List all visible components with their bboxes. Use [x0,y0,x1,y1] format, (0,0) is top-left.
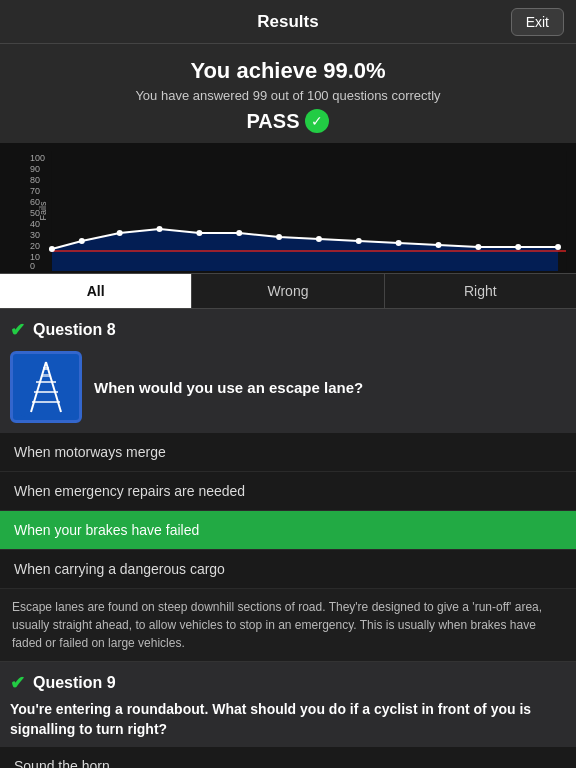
q9-question-text: You're entering a roundabout. What shoul… [0,700,576,747]
svg-point-20 [276,234,282,240]
header: Results Exit [0,0,576,44]
q9-check-icon: ✔ [10,672,25,694]
tab-all[interactable]: All [0,274,192,308]
q9-answer-list: Sound the horn Overtake on the right Ove… [0,747,576,768]
tab-right[interactable]: Right [385,274,576,308]
svg-point-24 [435,242,441,248]
svg-point-19 [236,230,242,236]
pass-label: PASS [247,110,300,133]
svg-text:90: 90 [30,164,40,174]
performance-chart: 100 90 80 70 60 50 40 30 20 10 0 [30,151,568,271]
svg-point-21 [316,236,322,242]
q8-question-text: When would you use an escape lane? [94,379,566,396]
exit-button[interactable]: Exit [511,8,564,36]
q9-answer-1[interactable]: Sound the horn [0,747,576,768]
tab-bar: All Wrong Right [0,273,576,309]
question-8-block: ✔ Question 8 When would you use an escap… [0,309,576,433]
q8-answer-3-correct[interactable]: When your brakes have failed [0,511,576,550]
score-banner: You achieve 99.0% You have answered 99 o… [0,44,576,143]
svg-point-26 [515,244,521,250]
q8-title: Question 8 [33,321,116,339]
q9-title: Question 9 [33,674,116,692]
svg-point-16 [117,230,123,236]
question-9-block: ✔ Question 9 You're entering a roundabou… [0,662,576,747]
question-9-header: ✔ Question 9 [0,662,576,700]
svg-rect-36 [42,374,50,377]
q8-answer-list: When motorways merge When emergency repa… [0,433,576,589]
svg-point-22 [356,238,362,244]
svg-rect-29 [21,357,71,417]
svg-point-14 [49,246,55,252]
q8-check-icon: ✔ [10,319,25,341]
svg-rect-35 [43,367,49,370]
q8-answer-4[interactable]: When carrying a dangerous cargo [0,550,576,589]
tab-wrong[interactable]: Wrong [192,274,384,308]
header-title: Results [257,12,318,32]
svg-point-25 [475,244,481,250]
svg-text:80: 80 [30,175,40,185]
svg-point-15 [79,238,85,244]
score-headline: You achieve 99.0% [10,58,566,84]
chart-area: 100 90 80 70 60 50 40 30 20 10 0 [0,143,576,273]
svg-text:Fails: Fails [38,201,48,220]
q8-answer-1[interactable]: When motorways merge [0,433,576,472]
q8-content: When would you use an escape lane? [0,347,576,433]
q8-answer-2[interactable]: When emergency repairs are needed [0,472,576,511]
svg-text:100: 100 [30,153,45,163]
svg-point-18 [196,230,202,236]
svg-point-23 [396,240,402,246]
svg-point-27 [555,244,561,250]
pass-line: PASS ✓ [10,109,566,133]
q8-image [10,351,82,423]
pass-checkmark: ✓ [305,109,329,133]
svg-point-17 [157,226,163,232]
q8-explanation: Escape lanes are found on steep downhill… [0,589,576,662]
question-8-header: ✔ Question 8 [0,309,576,347]
svg-text:0: 0 [30,261,35,271]
svg-text:20: 20 [30,241,40,251]
score-subtext: You have answered 99 out of 100 question… [10,88,566,103]
svg-text:70: 70 [30,186,40,196]
svg-text:30: 30 [30,230,40,240]
